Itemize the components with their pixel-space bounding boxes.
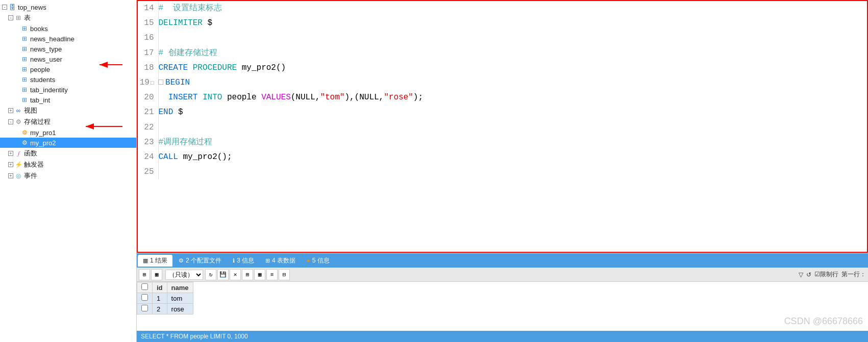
sidebar-item-my_pro2[interactable]: ⚙my_pro2	[0, 138, 136, 148]
code-token: CALL	[159, 152, 183, 162]
cols-btn[interactable]: ▦	[254, 269, 265, 280]
sidebar-item-news_type[interactable]: ⊞news_type	[0, 44, 136, 54]
code-line	[159, 120, 867, 135]
func-folder-icon: 𝑓	[14, 149, 22, 157]
sidebar-item-triggers[interactable]: +⚡触发器	[0, 159, 136, 170]
tab-tabledata[interactable]: ⊞4 表数据	[260, 255, 301, 267]
sidebar-item-functions[interactable]: +𝑓函数	[0, 148, 136, 159]
line-number: 23	[138, 135, 158, 150]
line-number: 16	[138, 31, 158, 45]
tab-info5[interactable]: ●5 信息	[302, 255, 335, 267]
cell-id: 2	[153, 304, 167, 314]
col-header-check	[137, 282, 153, 293]
line-number: 20	[138, 90, 158, 105]
sidebar-item-news_headline[interactable]: ⊞news_headline	[0, 34, 136, 44]
table-icon: ⊞	[20, 96, 29, 104]
sidebar-item-tables[interactable]: -⊞表	[0, 12, 136, 23]
views-folder-icon: ∞	[14, 107, 22, 115]
code-token: "rose"	[384, 93, 413, 102]
select-all-check[interactable]	[141, 283, 148, 290]
code-line: □BEGIN	[159, 75, 867, 90]
sidebar-item-people[interactable]: ⊞people	[0, 64, 136, 74]
sidebar-item-tab_indentity[interactable]: ⊞tab_indentity	[0, 85, 136, 95]
expand-icon[interactable]: +	[8, 108, 13, 113]
node-label: news_type	[30, 45, 62, 53]
status-bar: SELECT * FROM people LIMIT 0, 1000	[137, 331, 868, 342]
tab-info3[interactable]: ℹ3 信息	[228, 255, 259, 267]
status-text: SELECT * FROM people LIMIT 0, 1000	[141, 333, 248, 340]
sidebar-item-top_news[interactable]: -🗄top_news	[0, 2, 136, 12]
table-icon: ⊞	[20, 65, 29, 73]
cell-name: tom	[167, 293, 193, 304]
col-header-id: id	[153, 282, 167, 293]
code-token: # 创建存储过程	[159, 48, 217, 58]
code-line	[159, 165, 867, 179]
code-token: $	[178, 108, 183, 117]
proc-folder-icon: ⚙	[14, 118, 22, 126]
node-label: 函数	[24, 149, 37, 158]
code-token: $	[208, 18, 213, 28]
table-folder-icon: ⊞	[14, 14, 22, 22]
sidebar-item-views[interactable]: +∞视图	[0, 105, 136, 116]
node-label: news_user	[30, 56, 62, 63]
collapse-icon[interactable]: -	[2, 5, 7, 10]
grid-btn[interactable]: ▦	[151, 269, 162, 280]
collapse-icon[interactable]: -	[8, 15, 13, 20]
line-number: 24	[138, 150, 158, 165]
node-label: 存储过程	[24, 117, 51, 126]
expand-icon[interactable]: +	[8, 173, 13, 178]
sidebar-item-books[interactable]: ⊞books	[0, 23, 136, 34]
tab-config[interactable]: ⚙2 个配置文件	[173, 255, 227, 267]
tab-results[interactable]: ▦1 结果	[138, 255, 172, 267]
export-btn[interactable]: ⊞	[139, 269, 150, 280]
sidebar-item-procedures[interactable]: -⚙存储过程	[0, 116, 136, 127]
refresh-btn[interactable]: ↻	[205, 269, 216, 280]
line-number: 22	[138, 120, 158, 135]
code-line: INSERT INTO people VALUES(NULL,"tom"),(N…	[159, 90, 867, 105]
code-token: BEGIN	[165, 78, 190, 87]
tab-config-icon: ⚙	[179, 257, 184, 264]
code-token: PROCEDURE	[193, 63, 242, 72]
node-label: top_news	[18, 4, 46, 11]
limit-check[interactable]: ☑限制行	[814, 270, 838, 279]
tab-table-icon: ⊞	[265, 257, 270, 264]
code-token: #调用存储过程	[159, 138, 213, 147]
sidebar-item-students[interactable]: ⊞students	[0, 74, 136, 85]
expand-icon[interactable]: +	[8, 162, 13, 167]
row-check[interactable]	[141, 305, 148, 311]
table-row[interactable]: 1tom	[137, 293, 193, 304]
cols2-btn[interactable]: ⊟	[279, 269, 290, 280]
col-header-name: name	[167, 282, 193, 293]
result-tabs-bar: ▦1 结果⚙2 个配置文件ℹ3 信息⊞4 表数据●5 信息	[137, 253, 868, 268]
filter-btn[interactable]: ⊞	[242, 269, 253, 280]
table-icon: ⊞	[20, 55, 29, 63]
sidebar-item-events[interactable]: +◎事件	[0, 170, 136, 181]
sidebar-item-tab_int[interactable]: ⊞tab_int	[0, 95, 136, 105]
table-row[interactable]: 2rose	[137, 304, 193, 314]
expand-icon[interactable]: +	[8, 151, 13, 156]
refresh-icon: ↺	[806, 271, 811, 278]
code-editor[interactable]: 14# 设置结束标志15DELIMITER $16 17# 创建存储过程18CR…	[137, 0, 868, 253]
line-number: 19□	[138, 75, 158, 90]
collapse-icon[interactable]: -	[8, 119, 13, 124]
sidebar-item-my_pro1[interactable]: ⚙my_pro1	[0, 127, 136, 138]
node-label: tab_int	[30, 96, 50, 104]
tab-info-icon: ℹ	[233, 257, 235, 264]
code-token: INTO	[203, 93, 227, 102]
code-token: my_pro2()	[242, 63, 286, 72]
cell-check[interactable]	[137, 293, 153, 304]
line-number: 21	[138, 105, 158, 120]
tab-label: 5 信息	[312, 256, 330, 265]
code-line: # 设置结束标志	[159, 1, 867, 16]
delete-btn[interactable]: ✕	[230, 269, 241, 280]
node-label: tab_indentity	[30, 86, 68, 94]
table-icon: ⊞	[20, 86, 29, 94]
readonly-select[interactable]: （只读）	[165, 270, 203, 280]
cell-check[interactable]	[137, 304, 153, 314]
code-token: CREATE	[159, 63, 193, 72]
sidebar-item-news_user[interactable]: ⊞news_user	[0, 54, 136, 64]
node-label: my_pro2	[30, 139, 56, 147]
row-check[interactable]	[141, 294, 148, 301]
rows-btn[interactable]: ≡	[266, 269, 278, 280]
save-btn[interactable]: 💾	[217, 269, 229, 280]
